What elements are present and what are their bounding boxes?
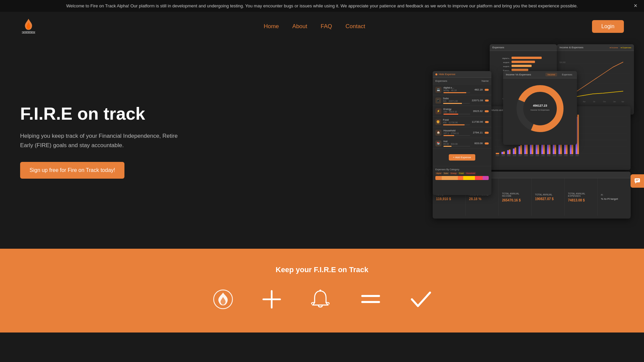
svg-rect-92 [577, 115, 579, 154]
svg-marker-115 [635, 182, 637, 184]
svg-rect-67 [507, 150, 509, 154]
expense-item-energy: ⚡ Energy 1503915.32 3915.32 [433, 106, 491, 117]
svg-rect-68 [509, 149, 511, 154]
svg-rect-13 [512, 65, 532, 67]
svg-text:Apr: Apr [583, 101, 586, 103]
svg-text:500,000: 500,000 [559, 61, 566, 63]
svg-rect-64 [496, 153, 499, 154]
nav-home[interactable]: Home [264, 23, 279, 30]
svg-text:Jan: Jan [613, 101, 616, 103]
svg-text:456127.23: 456127.23 [533, 104, 547, 107]
chat-icon [634, 178, 641, 184]
add-expense-button[interactable]: + Add Expense [449, 154, 475, 161]
header-dot [435, 73, 437, 75]
svg-text:2029: 2029 [530, 155, 534, 157]
svg-text:2035: 2035 [564, 155, 568, 157]
banner-text: Welcome to Fire on Track Alpha! Our plat… [66, 3, 578, 8]
svg-text:2036: 2036 [570, 155, 574, 157]
hero-section: F.I.R.E on track Helping you keep track … [0, 41, 644, 249]
donut-chart-screen: Income Vs Expenses Income Expenses 45612… [503, 71, 577, 145]
bp-stat-fi: Fi % to FI target [598, 178, 631, 216]
logo [20, 17, 37, 36]
svg-text:2030: 2030 [536, 155, 539, 157]
svg-rect-15 [512, 69, 528, 71]
login-button[interactable]: Login [592, 20, 624, 33]
features-icons-row [20, 288, 624, 312]
svg-text:2028: 2028 [524, 155, 528, 157]
svg-text:2025: 2025 [507, 155, 511, 157]
svg-text:2031: 2031 [541, 155, 545, 157]
fire-feature-icon [211, 288, 235, 312]
expense-list-screen: Hide Expense Expenses Name 💻 digital-s..… [433, 71, 491, 195]
svg-rect-72 [520, 145, 522, 154]
svg-point-111 [319, 290, 321, 292]
svg-rect-73 [524, 143, 526, 154]
features-heading: Keep your F.I.R.E on Track [20, 265, 624, 274]
svg-text:2034: 2034 [558, 155, 562, 157]
svg-rect-66 [503, 152, 505, 154]
svg-text:2026: 2026 [513, 155, 517, 157]
nav-faq[interactable]: FAQ [321, 23, 332, 30]
announcement-banner: Welcome to Fire on Track Alpha! Our plat… [0, 0, 644, 12]
expense-item-food: 🍔 Food 45011730.96 11730.96 [433, 117, 491, 127]
dashboard-preview: Hide Expense Expenses Name 💻 digital-s..… [426, 44, 634, 219]
svg-text:Jul: Jul [593, 101, 595, 103]
hero-title: F.I.R.E on track [20, 104, 181, 123]
logo-flame-icon [20, 17, 37, 36]
expense-item-household: 🏠 Household 107.12794.11 2794.11 [433, 127, 491, 138]
svg-rect-9 [512, 57, 542, 59]
svg-text:august...: august... [503, 65, 511, 67]
bp-stat-total-annual-income: TOTAL ANNUAL INCOME 265470.16 $ [499, 178, 532, 216]
svg-text:2027: 2027 [519, 155, 522, 157]
svg-text:Apr: Apr [622, 101, 624, 103]
svg-text:Income Vs Expenses: Income Vs Expenses [531, 109, 549, 111]
svg-rect-69 [513, 148, 515, 154]
plus-feature-icon [262, 289, 282, 311]
expense-item-inst: 📚 Inst 65.90833.08 833.08 [433, 138, 491, 149]
svg-text:2037: 2037 [576, 155, 579, 157]
expense-list-header: Hide Expense [433, 71, 491, 78]
svg-text:august...: august... [503, 61, 511, 63]
svg-rect-114 [635, 178, 640, 182]
svg-text:2033: 2033 [553, 155, 556, 157]
expense-item-subs: 📱 Subs 52122071.08 22071.08 [433, 95, 491, 106]
bell-feature-icon [309, 288, 332, 312]
nav-contact[interactable]: Contact [345, 23, 365, 30]
nav-about[interactable]: About [292, 23, 307, 30]
donut-svg: 456127.23 Income Vs Expenses [513, 82, 567, 135]
svg-text:digital-s...: digital-s... [502, 57, 511, 59]
svg-text:Oct: Oct [603, 101, 606, 103]
hero-content: F.I.R.E on track Helping you keep track … [20, 104, 181, 179]
banner-close-button[interactable]: × [634, 2, 637, 9]
hero-description: Helping you keep track of your Financial… [20, 131, 181, 149]
bp-stat-total-annual: TOTAL ANNUAL 190827.07 $ [532, 178, 565, 216]
header: Home About FAQ Contact Login [0, 12, 644, 41]
check-feature-icon [409, 289, 433, 311]
svg-rect-11 [512, 61, 535, 63]
svg-text:2032: 2032 [547, 155, 551, 157]
main-nav: Home About FAQ Contact [264, 23, 365, 30]
svg-rect-71 [519, 146, 520, 154]
bp-stat-total-expenses: TOTAL ANNUAL EXPENSES 74813.08 $ [565, 178, 597, 216]
svg-rect-70 [515, 147, 516, 154]
features-section: Keep your F.I.R.E on Track [0, 249, 644, 333]
svg-text:2023: 2023 [496, 155, 499, 157]
svg-rect-65 [501, 152, 503, 154]
expense-by-category: Expenses By Category digital Subs Energy… [433, 166, 491, 182]
equals-feature-icon [359, 289, 382, 311]
cta-button[interactable]: Sign up free for Fire on Track today! [20, 162, 124, 179]
expense-item-digital: 💻 digital-s... family40.18 482.18 [433, 84, 491, 95]
svg-text:2024: 2024 [501, 155, 505, 157]
chat-widget[interactable] [631, 174, 644, 188]
